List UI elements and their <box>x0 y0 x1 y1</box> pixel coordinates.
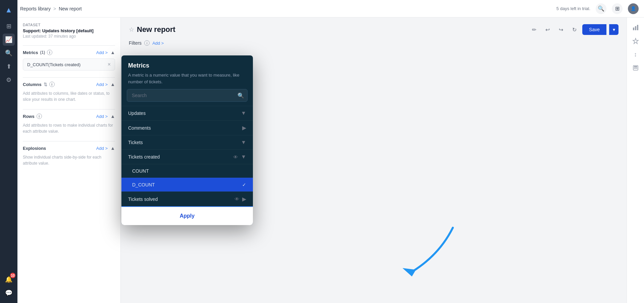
filters-add-button[interactable]: Add > <box>152 41 164 46</box>
metrics-section-header: Metrics (1) i Add > ▲ <box>23 50 115 55</box>
main-content: Dataset Support: Updates history [defaul… <box>17 17 644 303</box>
explosions-title: Explosions <box>23 146 46 151</box>
edit-icon: ✏ <box>532 27 536 33</box>
tickets-solved-label: Tickets solved <box>128 197 158 202</box>
list-item-tickets-created[interactable]: Tickets created 👁 ▼ <box>121 149 253 164</box>
metrics-title: Metrics (1) i <box>23 50 52 55</box>
report-header: ☆ New report ✏ ↩ ↪ ↻ Save ▾ <box>129 24 619 35</box>
svg-marker-0 <box>402 268 416 276</box>
search-icon: 🔍 <box>237 92 244 99</box>
logo-icon: ▲ <box>5 6 12 14</box>
app-logo[interactable]: ▲ <box>3 4 15 16</box>
metrics-section: Metrics (1) i Add > ▲ D_COUNT(Tickets cr… <box>23 50 115 71</box>
metrics-add-button[interactable]: Add > <box>96 50 108 55</box>
edit-button[interactable]: ✏ <box>529 24 539 35</box>
top-navigation: Reports library > New report 5 days left… <box>0 0 644 17</box>
arrow-annotation <box>386 221 460 283</box>
rows-add-button[interactable]: Add > <box>96 114 108 119</box>
user-avatar[interactable]: 👤 <box>628 3 639 14</box>
divider-1 <box>23 45 115 46</box>
columns-placeholder: Add attributes to columns, like dates or… <box>23 90 115 102</box>
sidebar-item-analytics[interactable]: 📈 <box>3 34 15 46</box>
sort-icon[interactable]: ↕ <box>630 48 642 60</box>
report-title-row: ☆ New report <box>129 25 175 34</box>
redo-button[interactable]: ↪ <box>555 24 566 35</box>
filters-row: Filters i Add > <box>129 40 619 46</box>
rows-collapse-button[interactable]: ▲ <box>110 114 115 119</box>
pin-icon[interactable] <box>630 35 642 47</box>
redo-icon: ↪ <box>559 27 563 33</box>
svg-rect-7 <box>635 68 636 69</box>
divider-3 <box>23 109 115 110</box>
metrics-count: (1) <box>40 50 45 55</box>
svg-rect-8 <box>636 68 637 69</box>
support-icon: 💬 <box>5 289 12 297</box>
refresh-button[interactable]: ↻ <box>569 24 580 35</box>
apply-button[interactable]: Apply <box>121 206 253 225</box>
metric-chip-remove[interactable]: × <box>108 61 111 68</box>
save-button[interactable]: Save <box>582 24 606 35</box>
explore-icon: 🔍 <box>5 49 12 57</box>
breadcrumb: Reports library > New report <box>20 6 82 11</box>
rows-info-icon[interactable]: i <box>37 114 42 119</box>
tickets-solved-eye-icon: 👁 <box>234 196 239 202</box>
calculator-svg <box>632 64 639 71</box>
filters-info-icon[interactable]: i <box>144 40 150 46</box>
breadcrumb-separator: > <box>53 6 56 11</box>
report-title: New report <box>137 25 175 34</box>
explosions-add-button[interactable]: Add > <box>96 146 108 151</box>
dashboard-icon: ⊞ <box>6 23 11 30</box>
search-input[interactable] <box>127 89 248 102</box>
list-item-comments[interactable]: Comments ▶ <box>121 120 253 135</box>
sidebar-item-settings[interactable]: ⚙ <box>3 74 15 86</box>
sidebar-item-explore[interactable]: 🔍 <box>3 47 15 59</box>
search-nav-icon[interactable]: 🔍 <box>596 3 606 14</box>
list-subitem-count[interactable]: COUNT <box>121 164 253 178</box>
metric-chip: D_COUNT(Tickets created) × <box>23 58 115 71</box>
count-label: COUNT <box>132 168 149 174</box>
svg-rect-2 <box>635 26 636 30</box>
metrics-collapse-button[interactable]: ▲ <box>110 50 115 55</box>
columns-info-icon[interactable]: i <box>49 82 55 87</box>
updates-arrow-icon: ▼ <box>241 110 246 116</box>
explosions-collapse-button[interactable]: ▲ <box>110 145 115 151</box>
list-item-updates[interactable]: Updates ▼ <box>121 106 253 120</box>
rows-placeholder: Add attributes to rows to make individua… <box>23 122 115 134</box>
undo-button[interactable]: ↩ <box>542 24 553 35</box>
sidebar-item-upload[interactable]: ⬆ <box>3 60 15 73</box>
columns-section: Columns ⇅ i Add > ▲ Add attributes to co… <box>23 82 115 102</box>
updates-label: Updates <box>128 111 146 116</box>
comments-arrow-icon: ▶ <box>242 125 246 131</box>
bar-chart-icon[interactable] <box>630 21 642 34</box>
rows-section: Rows i Add > ▲ Add attributes to rows to… <box>23 114 115 134</box>
favorite-icon[interactable]: ☆ <box>129 26 134 33</box>
columns-add-button[interactable]: Add > <box>96 82 108 87</box>
metrics-modal: Metrics A metric is a numeric value that… <box>121 55 253 225</box>
metrics-info-icon[interactable]: i <box>47 50 52 55</box>
left-panel: Dataset Support: Updates history [defaul… <box>17 17 121 303</box>
calculator-icon[interactable] <box>630 62 642 74</box>
undo-icon: ↩ <box>545 27 550 33</box>
comments-label: Comments <box>128 125 151 131</box>
modal-list: Updates ▼ Comments ▶ Tickets ▼ Tickets c… <box>121 106 253 206</box>
refresh-icon: ↻ <box>572 27 577 33</box>
columns-sort-icon: ⇅ <box>44 82 47 87</box>
modal-title: Metrics <box>128 62 246 69</box>
list-item-tickets-solved[interactable]: Tickets solved 👁 ▶ <box>121 191 253 206</box>
nav-right: 5 days left in trial. 🔍 ⊞ 👤 <box>556 3 639 14</box>
trial-text: 5 days left in trial. <box>556 6 590 11</box>
svg-rect-6 <box>634 68 635 69</box>
sidebar-item-support[interactable]: 💬 <box>3 287 15 299</box>
grid-nav-icon[interactable]: ⊞ <box>612 3 623 14</box>
list-item-tickets[interactable]: Tickets ▼ <box>121 135 253 149</box>
sidebar-item-dashboard[interactable]: ⊞ <box>3 20 15 32</box>
search-wrap: 🔍 <box>127 89 248 102</box>
svg-rect-1 <box>633 28 634 30</box>
list-subitem-d-count[interactable]: D_COUNT ✓ <box>121 178 253 191</box>
dataset-info: Dataset Support: Updates history [defaul… <box>23 23 115 39</box>
tickets-created-label: Tickets created <box>128 154 160 160</box>
dataset-name: Support: Updates history [default] <box>23 28 115 33</box>
breadcrumb-reports-library[interactable]: Reports library <box>20 6 51 11</box>
columns-collapse-button[interactable]: ▲ <box>110 82 115 87</box>
save-dropdown-button[interactable]: ▾ <box>609 24 619 35</box>
